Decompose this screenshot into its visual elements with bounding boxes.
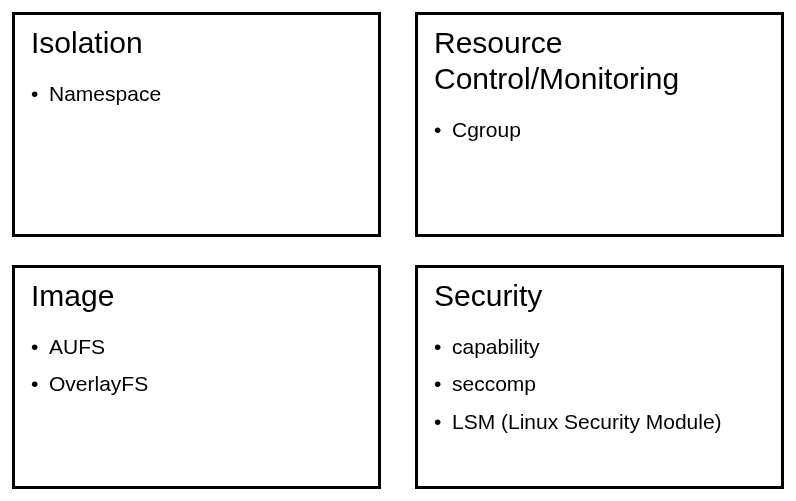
card-isolation: Isolation Namespace — [12, 12, 381, 237]
list-item: LSM (Linux Security Module) — [434, 403, 765, 441]
card-title: Security — [434, 278, 765, 314]
list-item: Namespace — [31, 75, 362, 113]
card-list: Cgroup — [434, 111, 765, 149]
list-item: seccomp — [434, 365, 765, 403]
list-item: AUFS — [31, 328, 362, 366]
card-title: Image — [31, 278, 362, 314]
card-list: Namespace — [31, 75, 362, 113]
card-list: capability seccomp LSM (Linux Security M… — [434, 328, 765, 441]
card-title: Resource Control/Monitoring — [434, 25, 765, 97]
card-image: Image AUFS OverlayFS — [12, 265, 381, 490]
card-list: AUFS OverlayFS — [31, 328, 362, 404]
list-item: Cgroup — [434, 111, 765, 149]
card-title: Isolation — [31, 25, 362, 61]
card-resource-control: Resource Control/Monitoring Cgroup — [415, 12, 784, 237]
card-security: Security capability seccomp LSM (Linux S… — [415, 265, 784, 490]
list-item: OverlayFS — [31, 365, 362, 403]
cards-grid: Isolation Namespace Resource Control/Mon… — [12, 12, 784, 489]
list-item: capability — [434, 328, 765, 366]
